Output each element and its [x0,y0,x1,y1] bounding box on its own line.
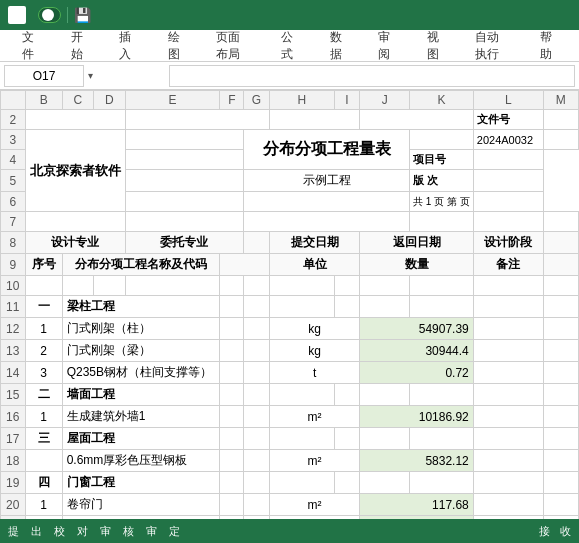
qty-cell[interactable]: 5832.12 [360,450,473,472]
table-cell[interactable] [334,276,360,296]
section-name-cell[interactable]: 墙面工程 [62,384,220,406]
save-icon[interactable]: 💾 [74,7,91,23]
row-header[interactable]: 19 [1,472,26,494]
table-cell[interactable] [269,428,334,450]
table-cell[interactable] [25,110,125,130]
table-cell[interactable] [543,130,578,150]
table-cell[interactable] [543,340,578,362]
page-info-cell[interactable]: 共 1 页 第 页 [410,192,474,212]
table-cell[interactable] [543,406,578,428]
unit-cell[interactable]: m² [269,494,359,516]
row-header[interactable]: 20 [1,494,26,516]
table-cell[interactable] [473,296,543,318]
item-seq-cell[interactable]: 3 [25,362,62,384]
table-cell[interactable] [220,340,244,362]
qty-cell[interactable]: 54907.39 [360,318,473,340]
status-receive-2[interactable]: 收 [560,524,571,539]
table-cell[interactable] [125,110,269,130]
table-cell[interactable] [473,276,543,296]
table-cell[interactable] [269,276,334,296]
col-header-row[interactable] [1,91,26,110]
table-cell-file-label[interactable]: 文件号 [473,110,543,130]
row-header[interactable]: 10 [1,276,26,296]
table-cell[interactable] [334,472,360,494]
table-cell[interactable] [473,450,543,472]
table-cell[interactable] [410,276,474,296]
row-header[interactable]: 13 [1,340,26,362]
row-header[interactable]: 4 [1,150,26,170]
table-cell[interactable] [125,212,244,232]
row-header[interactable]: 2 [1,110,26,130]
col-header-f[interactable]: F [220,91,244,110]
table-cell[interactable] [543,428,578,450]
table-cell[interactable] [244,428,270,450]
table-cell[interactable] [244,472,270,494]
table-cell[interactable] [244,192,410,212]
table-cell[interactable] [410,384,474,406]
section-num-cell[interactable]: 四 [25,472,62,494]
header-seq[interactable]: 序号 [25,254,62,276]
table-cell[interactable] [220,428,244,450]
table-cell[interactable] [244,362,270,384]
row-header[interactable]: 3 [1,130,26,150]
table-cell[interactable] [543,254,578,276]
table-cell[interactable] [473,150,543,170]
ribbon-menu-item-绘图[interactable]: 绘图 [162,25,191,67]
item-name-cell[interactable]: Q235B钢材（柱间支撑等） [62,362,220,384]
header-qty[interactable]: 数量 [360,254,473,276]
table-cell[interactable] [125,130,244,150]
table-cell[interactable] [410,428,474,450]
section-num-cell[interactable]: 三 [25,428,62,450]
item-name-cell[interactable]: 0.6mm厚彩色压型钢板 [62,450,220,472]
table-cell[interactable] [473,406,543,428]
table-cell[interactable] [360,428,410,450]
item-seq-cell[interactable]: 1 [25,318,62,340]
close-button[interactable] [541,5,571,25]
item-name-cell[interactable]: 卷帘门 [62,494,220,516]
maximize-button[interactable] [509,5,539,25]
col-header-k[interactable]: K [410,91,474,110]
table-cell[interactable] [543,318,578,340]
table-cell[interactable] [543,110,578,130]
table-cell[interactable] [473,212,543,232]
col-header-b[interactable]: B [25,91,62,110]
unit-cell[interactable]: t [269,362,359,384]
ribbon-menu-item-审阅[interactable]: 审阅 [372,25,401,67]
status-item-3[interactable]: 校 [54,524,65,539]
qty-cell[interactable]: 117.68 [360,494,473,516]
table-cell[interactable] [473,340,543,362]
item-seq-cell[interactable]: 1 [25,406,62,428]
row-header[interactable]: 6 [1,192,26,212]
formula-input[interactable] [169,65,575,87]
status-item-4[interactable]: 对 [77,524,88,539]
table-cell[interactable] [220,472,244,494]
table-cell[interactable] [244,212,410,232]
table-cell[interactable] [244,318,270,340]
col-header-l[interactable]: L [473,91,543,110]
section-num-cell[interactable]: 一 [25,296,62,318]
table-cell[interactable] [269,472,334,494]
table-cell[interactable] [360,110,473,130]
table-cell[interactable] [473,170,543,192]
status-item-7[interactable]: 审 [146,524,157,539]
table-cell[interactable] [220,494,244,516]
status-item-6[interactable]: 核 [123,524,134,539]
file-number-cell[interactable]: 2024A0032 [473,130,543,150]
ribbon-menu-item-数据[interactable]: 数据 [324,25,353,67]
table-cell[interactable] [244,232,270,254]
table-cell[interactable] [543,296,578,318]
header-remark[interactable]: 备注 [473,254,543,276]
item-seq-cell[interactable]: 2 [25,340,62,362]
status-item-1[interactable]: 提 [8,524,19,539]
col-header-i[interactable]: I [334,91,360,110]
confirm-formula-button[interactable] [121,65,141,87]
table-cell[interactable] [543,232,578,254]
table-cell[interactable] [360,296,410,318]
ribbon-menu-item-帮助[interactable]: 帮助 [534,25,563,67]
minimize-button[interactable] [477,5,507,25]
ribbon-menu-item-自动执行[interactable]: 自动执行 [469,25,514,67]
col-header-m[interactable]: M [543,91,578,110]
header-entrust-spec[interactable]: 委托专业 [125,232,244,254]
qty-cell[interactable]: 10186.92 [360,406,473,428]
table-cell[interactable] [220,450,244,472]
